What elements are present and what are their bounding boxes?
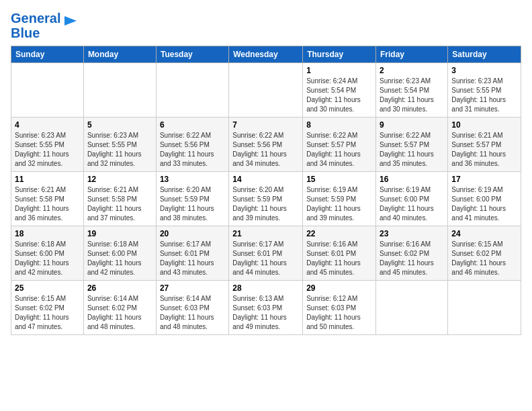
day-number: 22 [306, 229, 372, 238]
calendar-header-row: SundayMondayTuesdayWednesdayThursdayFrid… [11, 46, 521, 63]
logo-text: GeneralBlue [11, 11, 60, 40]
day-number: 13 [160, 175, 225, 184]
day-info: Sunrise: 6:19 AM Sunset: 5:59 PM Dayligh… [306, 185, 372, 223]
calendar-cell: 9Sunrise: 6:22 AM Sunset: 5:57 PM Daylig… [376, 118, 448, 172]
calendar-cell: 2Sunrise: 6:23 AM Sunset: 5:54 PM Daylig… [376, 63, 448, 118]
day-number: 25 [15, 283, 80, 293]
calendar-week-3: 11Sunrise: 6:21 AM Sunset: 5:58 PM Dayli… [11, 172, 521, 226]
calendar-cell: 19Sunrise: 6:18 AM Sunset: 6:00 PM Dayli… [83, 226, 156, 281]
day-number: 11 [15, 175, 80, 184]
calendar-header-wednesday: Wednesday [229, 46, 303, 63]
day-info: Sunrise: 6:15 AM Sunset: 6:02 PM Dayligh… [15, 294, 80, 332]
day-info: Sunrise: 6:21 AM Sunset: 5:58 PM Dayligh… [87, 185, 152, 223]
day-info: Sunrise: 6:14 AM Sunset: 6:02 PM Dayligh… [87, 294, 152, 332]
calendar-cell: 21Sunrise: 6:17 AM Sunset: 6:01 PM Dayli… [229, 226, 303, 281]
calendar-week-4: 18Sunrise: 6:18 AM Sunset: 6:00 PM Dayli… [11, 226, 521, 281]
calendar-cell [156, 63, 228, 118]
logo-icon [63, 13, 78, 28]
day-number: 15 [306, 175, 372, 184]
day-number: 21 [232, 229, 299, 238]
calendar-cell [229, 63, 303, 118]
day-info: Sunrise: 6:24 AM Sunset: 5:54 PM Dayligh… [306, 77, 372, 114]
day-info: Sunrise: 6:20 AM Sunset: 5:59 PM Dayligh… [160, 185, 225, 223]
day-number: 9 [380, 120, 444, 130]
day-info: Sunrise: 6:22 AM Sunset: 5:57 PM Dayligh… [380, 131, 444, 169]
day-info: Sunrise: 6:19 AM Sunset: 6:00 PM Dayligh… [451, 185, 517, 223]
day-info: Sunrise: 6:23 AM Sunset: 5:55 PM Dayligh… [15, 131, 80, 169]
calendar-cell: 25Sunrise: 6:15 AM Sunset: 6:02 PM Dayli… [11, 281, 84, 335]
day-info: Sunrise: 6:14 AM Sunset: 6:03 PM Dayligh… [160, 294, 225, 332]
calendar-cell: 8Sunrise: 6:22 AM Sunset: 5:57 PM Daylig… [303, 118, 376, 172]
day-number: 20 [160, 229, 225, 238]
day-number: 29 [306, 283, 372, 293]
day-number: 3 [451, 66, 517, 75]
day-info: Sunrise: 6:13 AM Sunset: 6:03 PM Dayligh… [232, 294, 299, 332]
calendar-cell: 27Sunrise: 6:14 AM Sunset: 6:03 PM Dayli… [156, 281, 228, 335]
day-number: 18 [15, 229, 80, 238]
day-info: Sunrise: 6:16 AM Sunset: 6:02 PM Dayligh… [380, 240, 444, 277]
day-number: 17 [451, 175, 517, 184]
day-info: Sunrise: 6:22 AM Sunset: 5:57 PM Dayligh… [306, 131, 372, 169]
calendar-cell: 29Sunrise: 6:12 AM Sunset: 6:03 PM Dayli… [303, 281, 376, 335]
day-number: 27 [160, 283, 225, 293]
day-number: 2 [380, 66, 444, 75]
day-number: 23 [380, 229, 444, 238]
calendar-cell: 22Sunrise: 6:16 AM Sunset: 6:01 PM Dayli… [303, 226, 376, 281]
logo-area: GeneralBlue [11, 11, 78, 40]
calendar-week-1: 1Sunrise: 6:24 AM Sunset: 5:54 PM Daylig… [11, 63, 521, 118]
calendar-cell: 3Sunrise: 6:23 AM Sunset: 5:55 PM Daylig… [448, 63, 521, 118]
calendar-cell: 24Sunrise: 6:15 AM Sunset: 6:02 PM Dayli… [448, 226, 521, 281]
day-number: 24 [451, 229, 517, 238]
calendar-cell: 17Sunrise: 6:19 AM Sunset: 6:00 PM Dayli… [448, 172, 521, 226]
calendar-table: SundayMondayTuesdayWednesdayThursdayFrid… [11, 46, 521, 335]
day-number: 1 [306, 66, 372, 75]
day-number: 14 [232, 175, 299, 184]
day-number: 8 [306, 120, 372, 130]
calendar-cell: 14Sunrise: 6:20 AM Sunset: 5:59 PM Dayli… [229, 172, 303, 226]
day-info: Sunrise: 6:23 AM Sunset: 5:55 PM Dayligh… [87, 131, 152, 169]
day-number: 5 [87, 120, 152, 130]
day-number: 16 [380, 175, 444, 184]
day-number: 19 [87, 229, 152, 238]
calendar-cell: 28Sunrise: 6:13 AM Sunset: 6:03 PM Dayli… [229, 281, 303, 335]
day-number: 10 [451, 120, 517, 130]
calendar-header-monday: Monday [83, 46, 156, 63]
day-number: 7 [232, 120, 299, 130]
calendar-header-saturday: Saturday [448, 46, 521, 63]
calendar-cell: 1Sunrise: 6:24 AM Sunset: 5:54 PM Daylig… [303, 63, 376, 118]
day-info: Sunrise: 6:23 AM Sunset: 5:55 PM Dayligh… [451, 77, 517, 114]
day-info: Sunrise: 6:17 AM Sunset: 6:01 PM Dayligh… [232, 240, 299, 277]
calendar-cell: 11Sunrise: 6:21 AM Sunset: 5:58 PM Dayli… [11, 172, 84, 226]
calendar-week-2: 4Sunrise: 6:23 AM Sunset: 5:55 PM Daylig… [11, 118, 521, 172]
day-number: 6 [160, 120, 225, 130]
day-info: Sunrise: 6:21 AM Sunset: 5:57 PM Dayligh… [451, 131, 517, 169]
day-info: Sunrise: 6:16 AM Sunset: 6:01 PM Dayligh… [306, 240, 372, 277]
day-info: Sunrise: 6:12 AM Sunset: 6:03 PM Dayligh… [306, 294, 372, 332]
day-info: Sunrise: 6:15 AM Sunset: 6:02 PM Dayligh… [451, 240, 517, 277]
calendar-cell: 13Sunrise: 6:20 AM Sunset: 5:59 PM Dayli… [156, 172, 228, 226]
day-info: Sunrise: 6:17 AM Sunset: 6:01 PM Dayligh… [160, 240, 225, 277]
header: GeneralBlue [11, 11, 521, 40]
day-number: 28 [232, 283, 299, 293]
calendar-header-tuesday: Tuesday [156, 46, 228, 63]
calendar-cell: 15Sunrise: 6:19 AM Sunset: 5:59 PM Dayli… [303, 172, 376, 226]
day-number: 26 [87, 283, 152, 293]
svg-marker-0 [64, 16, 77, 26]
calendar-week-5: 25Sunrise: 6:15 AM Sunset: 6:02 PM Dayli… [11, 281, 521, 335]
calendar-cell: 20Sunrise: 6:17 AM Sunset: 6:01 PM Dayli… [156, 226, 228, 281]
day-number: 4 [15, 120, 80, 130]
day-info: Sunrise: 6:22 AM Sunset: 5:56 PM Dayligh… [160, 131, 225, 169]
calendar-header-sunday: Sunday [11, 46, 84, 63]
calendar-cell: 6Sunrise: 6:22 AM Sunset: 5:56 PM Daylig… [156, 118, 228, 172]
day-info: Sunrise: 6:22 AM Sunset: 5:56 PM Dayligh… [232, 131, 299, 169]
day-info: Sunrise: 6:18 AM Sunset: 6:00 PM Dayligh… [87, 240, 152, 277]
calendar-cell [83, 63, 156, 118]
calendar-cell: 10Sunrise: 6:21 AM Sunset: 5:57 PM Dayli… [448, 118, 521, 172]
calendar-cell [376, 281, 448, 335]
calendar-cell: 16Sunrise: 6:19 AM Sunset: 6:00 PM Dayli… [376, 172, 448, 226]
calendar-cell [448, 281, 521, 335]
day-info: Sunrise: 6:19 AM Sunset: 6:00 PM Dayligh… [380, 185, 444, 223]
day-info: Sunrise: 6:18 AM Sunset: 6:00 PM Dayligh… [15, 240, 80, 277]
day-number: 12 [87, 175, 152, 184]
calendar-header-thursday: Thursday [303, 46, 376, 63]
